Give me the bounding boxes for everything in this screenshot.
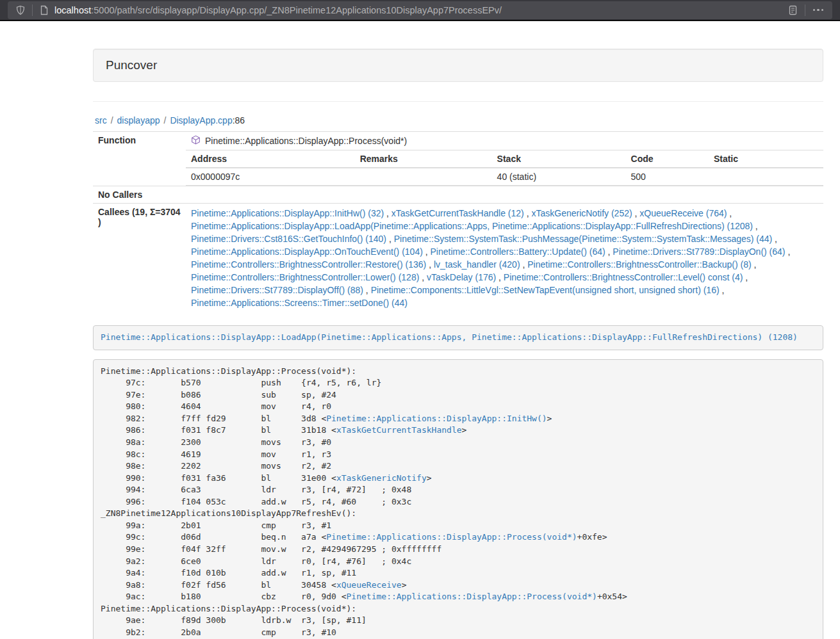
symbol-link[interactable]: Pinetime::Applications::DisplayApp::Proc… (347, 592, 597, 601)
callee-link[interactable]: xTaskGetCurrentTaskHandle (12) (391, 208, 524, 218)
loadapp-link[interactable]: Pinetime::Applications::DisplayApp::Load… (101, 332, 798, 342)
toolbar-divider (32, 4, 33, 16)
callee-link[interactable]: Pinetime::Controllers::BrightnessControl… (527, 259, 751, 270)
callee-link[interactable]: Pinetime::Controllers::BrightnessControl… (191, 259, 426, 270)
function-label: Function (93, 132, 186, 186)
function-row: Function Pinetime::Applications::Display… (93, 132, 823, 150)
callee-link[interactable]: Pinetime::Applications::DisplayApp::Load… (191, 221, 753, 231)
breadcrumb-separator: / (107, 115, 117, 125)
breadcrumb-line-number: :86 (233, 115, 245, 125)
url-host: localhost (54, 5, 91, 15)
col-code: Code (626, 150, 709, 168)
callee-link[interactable]: Pinetime::Controllers::Battery::Update()… (431, 247, 605, 257)
symbol-link[interactable]: Pinetime::Applications::DisplayApp::Init… (326, 414, 547, 423)
url-path: :5000/path/src/displayapp/DisplayApp.cpp… (91, 5, 502, 15)
breadcrumb: src/displayapp/DisplayApp.cpp:86 (95, 115, 823, 125)
code-value: 500 (626, 168, 709, 186)
col-stack: Stack (492, 150, 626, 168)
package-icon (191, 135, 201, 147)
remarks-value (355, 168, 492, 186)
callee-link[interactable]: Pinetime::Controllers::BrightnessControl… (191, 272, 419, 282)
callee-link[interactable]: Pinetime::Drivers::St7789::DisplayOn() (… (613, 247, 785, 257)
page-content: Puncover src/displayapp/DisplayApp.cpp:8… (93, 21, 823, 639)
symbol-link[interactable]: xQueueReceive (336, 580, 402, 590)
no-callers-row: No Callers (93, 186, 823, 204)
no-callers-value (186, 186, 823, 204)
callee-link[interactable]: Pinetime::Applications::DisplayApp::Init… (191, 208, 384, 218)
divider (93, 101, 823, 102)
browser-toolbar: localhost:5000/path/src/displayapp/Displ… (0, 0, 840, 21)
symbol-link[interactable]: xTaskGetCurrentTaskHandle (336, 425, 462, 435)
function-details-row: Address Remarks Stack Code Static 0x0000… (93, 150, 823, 186)
col-address: Address (186, 150, 355, 168)
loadapp-snippet: Pinetime::Applications::DisplayApp::Load… (93, 325, 823, 350)
col-remarks: Remarks (355, 150, 492, 168)
callee-link[interactable]: xTaskGenericNotify (252) (531, 208, 632, 218)
callee-link[interactable]: Pinetime::Applications::DisplayApp::OnTo… (191, 247, 423, 257)
callee-link[interactable]: Pinetime::Controllers::BrightnessControl… (504, 272, 743, 282)
callee-link[interactable]: xQueueReceive (764) (639, 208, 727, 218)
symbol-link[interactable]: Pinetime::Applications::DisplayApp::Proc… (326, 532, 577, 542)
callees-label: Callees (19, Σ=3704 ) (93, 204, 186, 313)
page-icon[interactable] (38, 4, 51, 17)
function-table: Function Pinetime::Applications::Display… (93, 131, 823, 312)
toolbar-divider (805, 4, 805, 16)
callee-link[interactable]: Pinetime::System::SystemTask::PushMessag… (394, 234, 773, 244)
function-stats-table: Address Remarks Stack Code Static 0x0000… (186, 150, 823, 186)
callee-link[interactable]: vTaskDelay (176) (427, 272, 496, 282)
symbol-link[interactable]: xTaskGenericNotify (336, 473, 427, 483)
url-input[interactable]: localhost:5000/path/src/displayapp/Displ… (54, 5, 787, 15)
callee-link[interactable]: Pinetime::Applications::Screens::Timer::… (191, 298, 408, 308)
callee-link[interactable]: Pinetime::Drivers::St7789::DisplayOff() … (191, 285, 363, 295)
col-static: Static (709, 150, 823, 168)
url-bar[interactable]: localhost:5000/path/src/displayapp/Displ… (8, 1, 832, 19)
breadcrumb-file[interactable]: DisplayApp.cpp (170, 115, 232, 125)
callee-link[interactable]: lv_task_handler (420) (434, 259, 520, 270)
callee-link[interactable]: Pinetime::Drivers::Cst816S::GetTouchInfo… (191, 234, 386, 244)
shield-icon[interactable] (14, 4, 27, 17)
no-callers-label: No Callers (93, 186, 186, 204)
breadcrumb-src[interactable]: src (95, 115, 107, 125)
function-name: Pinetime::Applications::DisplayApp::Proc… (205, 136, 407, 146)
breadcrumb-separator: / (160, 115, 170, 125)
callees-row: Callees (19, Σ=3704 ) Pinetime::Applicat… (93, 204, 823, 313)
menu-icon[interactable] (811, 9, 827, 12)
stack-value: 40 (static) (492, 168, 626, 186)
app-title: Puncover (93, 49, 823, 82)
breadcrumb-displayapp[interactable]: displayapp (117, 115, 160, 125)
address-value: 0x0000097c (186, 168, 355, 186)
table-row: 0x0000097c 40 (static) 500 (186, 168, 823, 186)
reader-mode-icon[interactable] (787, 4, 800, 17)
callees-cell: Pinetime::Applications::DisplayApp::Init… (186, 204, 823, 313)
disassembly: Pinetime::Applications::DisplayApp::Proc… (93, 359, 823, 639)
callee-link[interactable]: Pinetime::Components::LittleVgl::SetNewT… (371, 285, 720, 295)
static-value (709, 168, 823, 186)
